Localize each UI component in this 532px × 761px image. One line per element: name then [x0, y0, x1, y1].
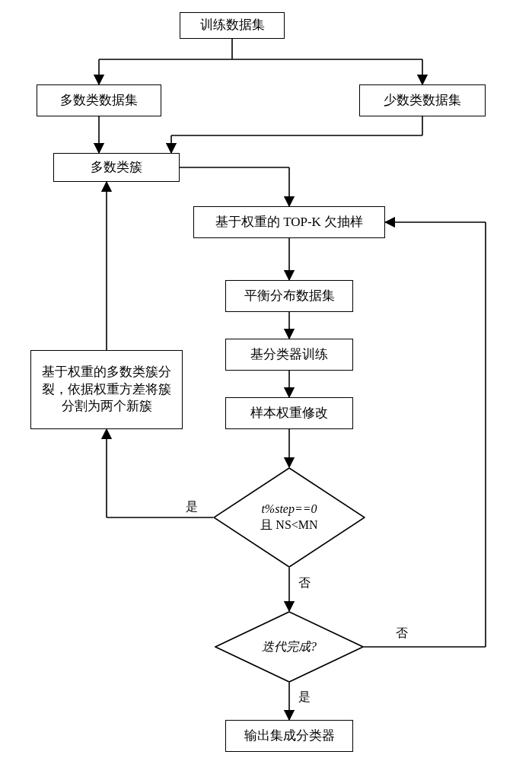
decision-step-condition: t%step==0 且 NS<MN — [213, 467, 365, 568]
decision1-line1: t%step==0 — [260, 501, 317, 517]
label-no-1: 否 — [298, 575, 311, 591]
decision2-label: 迭代完成? — [262, 639, 317, 655]
node-cluster-label: 多数类簇 — [91, 159, 142, 177]
node-minority: 少数类数据集 — [359, 84, 486, 116]
label-yes-1: 是 — [186, 499, 198, 515]
label-no-2-text: 否 — [396, 626, 408, 639]
label-yes-1-text: 是 — [186, 500, 198, 513]
decision-iteration-complete: 迭代完成? — [215, 611, 364, 683]
label-no-1-text: 否 — [298, 576, 311, 589]
node-cluster-split: 基于权重的多数类簇分裂，依据权重方差将簇分割为两个新簇 — [30, 350, 183, 429]
node-balanced-label: 平衡分布数据集 — [244, 288, 335, 305]
node-reweight-label: 样本权重修改 — [250, 405, 328, 422]
node-train-label: 训练数据集 — [200, 17, 265, 34]
node-train: 训练数据集 — [180, 12, 285, 39]
node-minority-label: 少数类数据集 — [384, 92, 461, 110]
node-majority: 多数类数据集 — [37, 84, 161, 116]
label-yes-2: 是 — [298, 689, 311, 705]
node-topk-label: 基于权重的 TOP-K 欠抽样 — [215, 214, 363, 231]
node-topk-undersample: 基于权重的 TOP-K 欠抽样 — [193, 206, 385, 238]
node-majority-cluster: 多数类簇 — [53, 153, 180, 182]
node-basetrain-label: 基分类器训练 — [250, 346, 328, 364]
label-yes-2-text: 是 — [298, 690, 311, 703]
node-split-label: 基于权重的多数类簇分裂，依据权重方差将簇分割为两个新簇 — [36, 364, 177, 416]
label-no-2: 否 — [396, 626, 408, 642]
node-balanced-dataset: 平衡分布数据集 — [225, 280, 353, 312]
node-sample-weight-update: 样本权重修改 — [225, 397, 353, 429]
decision1-line2: 且 NS<MN — [260, 517, 317, 533]
node-output-ensemble: 输出集成分类器 — [225, 720, 353, 752]
node-majority-label: 多数类数据集 — [60, 92, 138, 110]
node-output-label: 输出集成分类器 — [244, 728, 335, 745]
node-base-classifier-train: 基分类器训练 — [225, 339, 353, 371]
